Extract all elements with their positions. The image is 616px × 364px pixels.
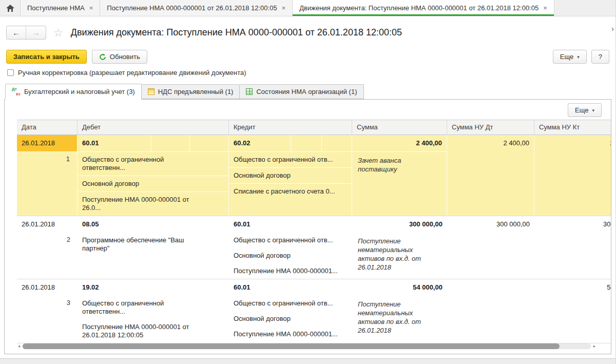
amount-value: 300 000,00 (352, 216, 447, 233)
cell-date[interactable]: 26.01.20182 (17, 216, 78, 279)
debit-account[interactable]: 60.01 (78, 135, 228, 151)
table-body: 26.01.2018160.01Общество с ограниченной … (17, 135, 611, 343)
tab-label: Бухгалтерский и налоговый учет (3) (24, 88, 135, 95)
amount-nu-kt-value: 54 000,00 (534, 279, 611, 296)
scrollbar-track[interactable] (23, 343, 591, 349)
cell-amount[interactable]: 2 400,00Зачет аванса поставщику (352, 135, 447, 216)
tab-label: Движения документа: Поступление НМА 0000… (299, 4, 538, 12)
amount-value: 2 400,00 (352, 135, 447, 151)
collapse-panel-chevron-icon[interactable]: › (611, 25, 614, 33)
manual-adjustment-label[interactable]: Ручная корректировка (разрешает редактир… (18, 69, 246, 76)
tab-bar-filler (554, 0, 615, 16)
credit-detail[interactable]: Поступление НМА 0000-000001... (229, 263, 352, 279)
cell-credit[interactable]: 60.02Общество с ограниченной отв...Основ… (229, 135, 352, 216)
cell-date[interactable]: 26.01.20183 (17, 279, 78, 343)
credit-detail[interactable]: Основной договор (229, 248, 352, 263)
scroll-right-icon[interactable]: ▸ (591, 343, 598, 350)
debit-detail[interactable]: Основной договор (78, 176, 228, 191)
cell-credit[interactable]: 60.01Общество с ограниченной отв...Основ… (229, 216, 352, 279)
movements-table: Дата Дебет Кредит Сумма Сумма НУ Дт Сумм… (17, 120, 611, 343)
cell-amount-nu-dt[interactable]: 2 400,00 (447, 135, 534, 216)
table-row[interactable]: 26.01.2018160.01Общество с ограниченной … (17, 135, 611, 216)
amount-value: 54 000,00 (352, 279, 447, 296)
debit-detail[interactable]: Общество с ограниченной ответственн... (78, 151, 228, 176)
tab-receipt-nma-document[interactable]: Поступление НМА 0000-000001 от 26.01.201… (100, 0, 293, 16)
cell-amount[interactable]: 54 000,00Поступление нематериальных акти… (352, 279, 447, 343)
debit-detail[interactable]: Программное обеспечение "Ваш партнер" (78, 233, 229, 256)
amount-nu-dt-value: 300 000,00 (447, 216, 534, 233)
table-row[interactable]: 26.01.2018208.05Программное обеспечение … (17, 216, 611, 279)
scroll-left-icon[interactable]: ◂ (16, 343, 22, 350)
table-more-button[interactable]: Еще ▾ (568, 103, 602, 117)
cell-amount[interactable]: 300 000,00Поступление нематериальных акт… (352, 216, 447, 279)
register-tabs: ДтКт Бухгалтерский и налоговый учет (3) … (5, 84, 615, 99)
table-row[interactable]: 26.01.2018319.02Общество с ограниченной … (17, 279, 611, 343)
manual-adjustment-row: Ручная корректировка (разрешает редактир… (0, 65, 615, 80)
cell-amount-nu-kt[interactable]: 2 400,00 (534, 135, 611, 216)
back-button[interactable]: ← (7, 26, 26, 39)
tab-accounting-tax[interactable]: ДтКт Бухгалтерский и налоговый учет (3) (5, 84, 142, 100)
close-icon[interactable]: × (282, 4, 286, 12)
debit-account[interactable]: 19.02 (78, 279, 229, 296)
forward-button[interactable]: → (26, 26, 46, 39)
credit-detail[interactable]: Основной договор (229, 311, 352, 327)
cell-debit[interactable]: 60.01Общество с ограниченной ответственн… (78, 135, 229, 216)
column-header-amount[interactable]: Сумма (352, 120, 447, 135)
application-window: Поступление НМА × Поступление НМА 0000-0… (0, 0, 616, 364)
credit-account[interactable]: 60.02 (229, 135, 352, 151)
help-button[interactable]: ? (591, 50, 609, 64)
favorites-star-icon[interactable]: ☆ (53, 27, 63, 38)
tab-receipt-nma-list[interactable]: Поступление НМА × (21, 0, 100, 16)
debit-detail[interactable]: Поступление НМА 0000-000001 от 26.0... (78, 191, 228, 216)
debit-account[interactable]: 08.05 (78, 216, 229, 233)
column-header-date[interactable]: Дата (17, 120, 78, 135)
cell-amount-nu-kt[interactable]: 300 000,00 (534, 216, 611, 279)
tab-nma-states[interactable]: Состояния НМА организаций (1) (240, 84, 363, 99)
home-button[interactable] (0, 0, 21, 16)
credit-detail[interactable]: Списание с расчетного счета 0... (229, 183, 352, 199)
refresh-label: Обновить (110, 53, 140, 61)
cell-amount-nu-dt[interactable]: 300 000,00 (447, 216, 534, 279)
more-button[interactable]: Еще ▾ (553, 50, 587, 64)
movement-comment: Поступление нематериальных активов по вх… (352, 296, 447, 338)
credit-detail[interactable]: Общество с ограниченной отв... (229, 233, 352, 248)
cell-debit[interactable]: 08.05Программное обеспечение "Ваш партне… (78, 216, 229, 279)
close-icon[interactable]: × (89, 4, 93, 12)
column-header-debit[interactable]: Дебет (78, 120, 229, 135)
table-header: Дата Дебет Кредит Сумма Сумма НУ Дт Сумм… (17, 120, 611, 135)
credit-account[interactable]: 60.01 (229, 216, 352, 233)
scrollbar-thumb[interactable] (23, 343, 560, 349)
chevron-down-icon: ▾ (577, 54, 580, 60)
credit-detail[interactable]: Поступление НМА 0000-000001... (229, 327, 352, 342)
date-value[interactable]: 26.01.2018 (17, 135, 77, 151)
cell-debit[interactable]: 19.02Общество с ограниченной ответственн… (78, 279, 229, 343)
date-value[interactable]: 26.01.2018 (17, 216, 78, 233)
credit-account[interactable]: 60.01 (229, 279, 352, 296)
manual-adjustment-checkbox[interactable] (7, 69, 14, 76)
date-value[interactable]: 26.01.2018 (17, 279, 78, 296)
movement-comment: Зачет аванса поставщику (352, 151, 447, 177)
vat-document-icon (148, 88, 155, 95)
more-label: Еще (560, 53, 573, 61)
tab-document-movements[interactable]: Движения документа: Поступление НМА 0000… (293, 0, 554, 16)
cell-date[interactable]: 26.01.20181 (17, 135, 78, 216)
cell-amount-nu-kt[interactable]: 54 000,00 (534, 279, 611, 343)
tab-vat-presented[interactable]: НДС предъявленный (1) (142, 84, 240, 99)
credit-detail[interactable]: Общество с ограниченной отв... (229, 151, 352, 167)
credit-detail[interactable]: Основной договор (229, 167, 352, 183)
credit-detail[interactable]: Общество с ограниченной отв... (229, 296, 352, 311)
title-bar: ← → ☆ Движения документа: Поступление НМ… (0, 16, 615, 48)
debit-detail[interactable]: Поступление НМА 0000-000001 от 26.01.201… (78, 319, 229, 343)
amount-nu-dt-value: 2 400,00 (447, 135, 534, 151)
column-header-credit[interactable]: Кредит (229, 120, 352, 135)
column-header-amount-nu-dt[interactable]: Сумма НУ Дт (447, 120, 534, 135)
column-header-amount-nu-kt[interactable]: Сумма НУ Кт (534, 120, 611, 135)
close-icon[interactable]: × (543, 4, 547, 12)
save-and-close-button[interactable]: Записать и закрыть (6, 50, 87, 64)
row-number: 2 (17, 233, 78, 248)
cell-amount-nu-dt[interactable] (447, 279, 534, 343)
refresh-button[interactable]: Обновить (92, 50, 147, 64)
debit-detail[interactable]: Общество с ограниченной ответственн... (78, 296, 229, 319)
cell-credit[interactable]: 60.01Общество с ограниченной отв...Основ… (229, 279, 352, 343)
amount-nu-kt-value: 300 000,00 (534, 216, 611, 233)
